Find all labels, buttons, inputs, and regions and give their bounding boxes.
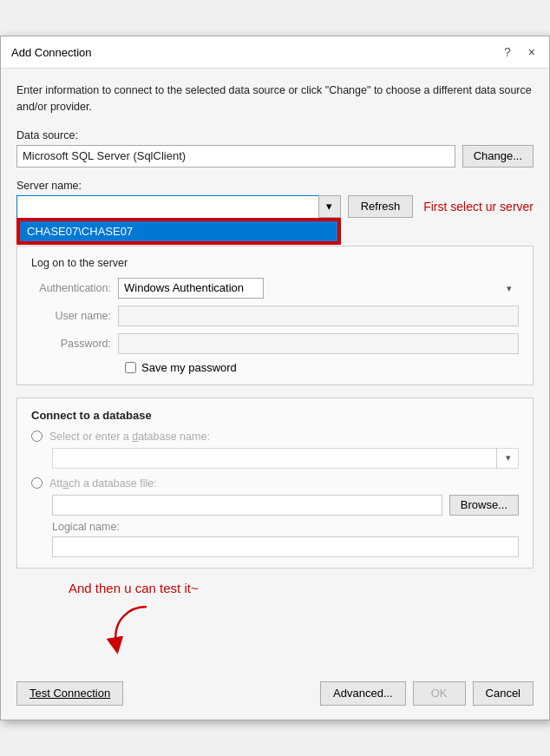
server-name-input-wrap: ▾ CHASE07\CHASE07 xyxy=(16,195,341,218)
password-input[interactable] xyxy=(118,333,519,354)
advanced-button[interactable]: Advanced... xyxy=(320,681,406,706)
server-name-input[interactable] xyxy=(16,195,341,218)
connect-db-section: Connect to a database Select or enter a … xyxy=(16,398,534,569)
dialog-content: Enter information to connect to the sele… xyxy=(1,69,549,674)
dialog-title: Add Connection xyxy=(11,46,92,59)
arrow-svg xyxy=(103,602,534,657)
password-label: Password: xyxy=(31,338,118,350)
ok-button[interactable]: OK xyxy=(413,681,466,706)
test-connection-button[interactable]: Test Connection xyxy=(16,681,123,706)
logical-name-row: Logical name: xyxy=(52,521,519,557)
add-connection-dialog: Add Connection ? × Enter information to … xyxy=(0,36,550,720)
close-button[interactable]: × xyxy=(525,43,539,61)
title-bar: Add Connection ? × xyxy=(1,36,549,69)
radio-db-name[interactable] xyxy=(31,431,43,442)
attach-row: Browse... xyxy=(52,495,519,516)
server-annotation: First select ur server xyxy=(423,200,534,214)
radio-attach-row: Attach a database file: xyxy=(31,477,519,490)
data-source-input[interactable] xyxy=(16,145,455,168)
password-row: Password: xyxy=(31,333,519,354)
attach-input[interactable] xyxy=(52,495,442,516)
annotation-bottom: And then u can test it~ xyxy=(69,581,534,595)
username-input[interactable] xyxy=(118,306,519,326)
cancel-button[interactable]: Cancel xyxy=(473,681,534,706)
server-dropdown-item[interactable]: CHASE07\CHASE07 xyxy=(18,220,339,243)
help-icon[interactable]: ? xyxy=(504,45,511,59)
refresh-button[interactable]: Refresh xyxy=(348,195,414,218)
db-select[interactable] xyxy=(52,448,519,469)
logon-title: Log on to the server xyxy=(31,257,519,269)
title-bar-left: Add Connection xyxy=(11,46,92,59)
logical-name-label: Logical name: xyxy=(52,521,519,533)
browse-button[interactable]: Browse... xyxy=(449,495,519,516)
radio-db-name-row: Select or enter a database name: xyxy=(31,431,519,443)
username-label: User name: xyxy=(31,310,118,322)
change-button[interactable]: Change... xyxy=(462,145,534,168)
save-password-row: Save my password xyxy=(125,361,519,374)
auth-row: Authentication: Windows Authentication S… xyxy=(31,278,519,299)
auth-label: Authentication: xyxy=(31,282,118,294)
username-row: User name: xyxy=(31,306,519,326)
logon-section: Log on to the server Authentication: Win… xyxy=(16,246,534,385)
data-source-row: Change... xyxy=(16,145,534,168)
title-bar-controls: ? × xyxy=(504,43,539,61)
save-password-label: Save my password xyxy=(141,361,237,374)
radio-attach[interactable] xyxy=(31,477,43,489)
auth-select-wrap: Windows Authentication SQL Server Authen… xyxy=(118,278,519,299)
radio-attach-label: Attach a database file: xyxy=(49,477,157,490)
logical-name-input[interactable] xyxy=(52,536,519,557)
auth-select[interactable]: Windows Authentication SQL Server Authen… xyxy=(118,278,264,299)
radio-db-name-label: Select or enter a database name: xyxy=(49,431,210,443)
bottom-buttons: Test Connection Advanced... OK Cancel xyxy=(1,674,549,720)
db-select-wrap: ▾ xyxy=(52,448,519,469)
server-name-row: ▾ CHASE07\CHASE07 Refresh First select u… xyxy=(16,195,534,218)
server-name-dropdown-arrow[interactable]: ▾ xyxy=(318,195,341,218)
server-name-label: Server name: xyxy=(16,180,534,192)
description-text: Enter information to connect to the sele… xyxy=(16,82,534,115)
save-password-checkbox[interactable] xyxy=(125,362,136,373)
connect-db-title: Connect to a database xyxy=(31,409,519,422)
data-source-label: Data source: xyxy=(16,129,534,141)
